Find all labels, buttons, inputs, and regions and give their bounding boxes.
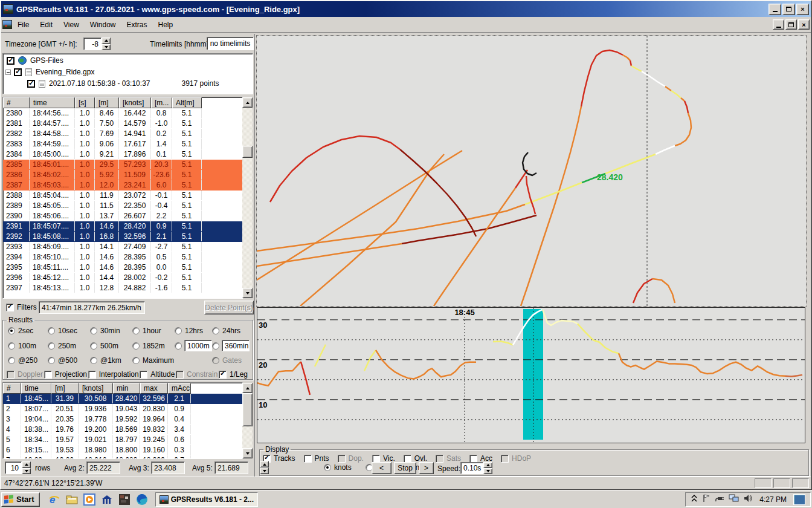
- start-button[interactable]: Start: [1, 492, 40, 507]
- menu-help[interactable]: Help: [153, 18, 179, 31]
- table-row[interactable]: 418:38...19.7619.20018.56919.8323.4: [3, 425, 242, 435]
- table-row[interactable]: 618:15...19.5318.98018.80019.1600.3: [3, 445, 242, 455]
- tree-item-session[interactable]: 2021.07.18 01:58:38 - 03:10:37 3917 poin…: [3, 79, 253, 88]
- edge-icon[interactable]: [136, 493, 148, 506]
- column-header[interactable]: Alt[m]: [172, 97, 202, 108]
- scroll-up-icon[interactable]: [242, 383, 253, 393]
- radio--500[interactable]: @500: [48, 356, 90, 365]
- table-row[interactable]: 218:07...20.5119.93619.04320.8300.9: [3, 404, 242, 414]
- results-table-scrollbar[interactable]: [242, 383, 253, 458]
- radio-100m[interactable]: 100m: [8, 340, 48, 351]
- table-row[interactable]: 238718:45:03....1.012.023.2416.05.1: [3, 180, 242, 190]
- rows-count-spinner[interactable]: [22, 461, 31, 474]
- radio-knots[interactable]: knots: [324, 463, 352, 472]
- tree-file-label[interactable]: Evening_Ride.gpx: [36, 68, 94, 76]
- delete-points-button[interactable]: Delete Point(s): [204, 301, 254, 314]
- taskbar-app-button[interactable]: GPSResults V6.181 - 2...: [155, 492, 258, 507]
- checkbox-pnts[interactable]: Pnts: [304, 454, 329, 463]
- playback-speed-input[interactable]: 0.10s: [460, 462, 483, 474]
- radio-12hrs[interactable]: 12hrs: [175, 327, 212, 335]
- child-restore-button[interactable]: [785, 19, 797, 30]
- table-row[interactable]: 238118:44:57....1.07.5014.579-1.05.1: [3, 119, 242, 129]
- checkbox-vic-[interactable]: Vic.: [372, 454, 395, 463]
- radio-1852m[interactable]: 1852m: [132, 340, 175, 351]
- track-map[interactable]: 28.420: [257, 36, 806, 306]
- column-header[interactable]: time: [21, 383, 51, 394]
- radio--1km[interactable]: @1km: [90, 356, 132, 365]
- scroll-down-icon[interactable]: [242, 448, 253, 458]
- checkbox-hdop[interactable]: HDoP: [501, 454, 531, 463]
- radio-250m[interactable]: 250m: [48, 340, 90, 351]
- radio-30min[interactable]: 30min: [90, 327, 132, 335]
- column-header[interactable]: [m]: [51, 383, 79, 394]
- menu-window[interactable]: Window: [85, 18, 121, 31]
- title-bar[interactable]: GPSResults V6.181 - 27.05.2021 - www.gps…: [1, 1, 811, 17]
- table-row[interactable]: 238918:45:05....1.011.522.350-0.45.1: [3, 201, 242, 211]
- radio--250[interactable]: @250: [8, 356, 48, 365]
- column-header[interactable]: [knots]: [119, 97, 151, 108]
- checkbox-ovl-[interactable]: Ovl.: [404, 454, 427, 463]
- checkbox-acc[interactable]: Acc: [469, 454, 492, 463]
- menu-edit[interactable]: Edit: [34, 18, 58, 31]
- table-row[interactable]: 239618:45:12....1.014.428.002-0.25.1: [3, 273, 242, 283]
- table-row[interactable]: 238018:44:56....1.08.4616.4420.85.1: [3, 108, 242, 119]
- radio-2sec[interactable]: 2sec: [8, 327, 48, 335]
- tree-root-label[interactable]: GPS-Files: [30, 56, 63, 65]
- table-row[interactable]: 238818:45:04....1.011.923.072-0.15.1: [3, 190, 242, 201]
- minimize-button[interactable]: [768, 4, 781, 15]
- table-row[interactable]: 238618:45:02....1.05.9211.509-23.65.1: [3, 170, 242, 180]
- explorer-icon[interactable]: [66, 493, 78, 506]
- timezone-input[interactable]: -8: [83, 37, 102, 50]
- playback-speed-spinner[interactable]: [483, 462, 492, 474]
- child-close-button[interactable]: ×: [798, 19, 810, 30]
- display-spinner[interactable]: [260, 461, 269, 474]
- menu-file[interactable]: File: [12, 18, 34, 31]
- rows-count-input[interactable]: 10: [5, 461, 22, 474]
- table-row[interactable]: 238518:45:01....1.029.557.29320.35.1: [3, 160, 242, 170]
- child-minimize-button[interactable]: [773, 19, 784, 30]
- radio-360min[interactable]: 360min: [212, 340, 252, 351]
- collapse-icon[interactable]: [5, 70, 11, 75]
- checkbox-constrain[interactable]: Constrain: [176, 370, 218, 379]
- timelimits-value[interactable]: no timelimits: [207, 37, 254, 50]
- filters-checkbox[interactable]: Filters: [6, 303, 37, 311]
- tree-session-label[interactable]: 2021.07.18 01:58:38 - 03:10:37: [49, 79, 150, 88]
- column-header[interactable]: [knots]: [79, 383, 113, 394]
- table-row[interactable]: 239418:45:10....1.014.628.3950.55.1: [3, 252, 242, 262]
- checkbox-checked-icon[interactable]: [14, 68, 22, 76]
- radio-gates[interactable]: Gates: [212, 356, 252, 365]
- checkbox-dop-[interactable]: Dop.: [338, 454, 364, 463]
- checkbox-sats[interactable]: Sats: [436, 454, 461, 463]
- checkbox-checked-icon[interactable]: [27, 80, 35, 88]
- table-row[interactable]: 239118:45:07....1.014.628.4200.95.1: [3, 221, 242, 232]
- bank-icon[interactable]: [101, 493, 113, 506]
- menu-extras[interactable]: Extras: [121, 18, 153, 31]
- table-row[interactable]: 718:22...19.2618.91618.68318.9990.7: [3, 455, 242, 459]
- checkbox-interpolation[interactable]: Interpolation: [88, 370, 139, 379]
- speed-chart[interactable]: 30201018:45: [257, 307, 805, 443]
- speaker-icon[interactable]: [743, 493, 753, 505]
- table-row[interactable]: 238418:45:00....1.09.2117.8960.15.1: [3, 149, 242, 160]
- scroll-down-icon[interactable]: [242, 288, 253, 298]
- points-table-scrollbar[interactable]: [242, 97, 253, 298]
- table-row[interactable]: 239518:45:11....1.014.628.3950.05.1: [3, 262, 242, 273]
- checkbox-doppler[interactable]: Doppler: [7, 370, 43, 379]
- column-header[interactable]: [m...: [151, 97, 172, 108]
- table-row[interactable]: 239318:45:09....1.014.127.409-2.75.1: [3, 242, 242, 252]
- column-header[interactable]: mAcc: [168, 383, 191, 394]
- flag-icon[interactable]: [702, 493, 710, 505]
- distance-input[interactable]: 1000m: [184, 340, 212, 351]
- checkbox-projection[interactable]: Projection: [44, 370, 87, 379]
- radio-500m[interactable]: 500m: [90, 340, 132, 351]
- plug-icon[interactable]: [715, 493, 724, 505]
- filters-summary-input[interactable]: 41:47min 18.277km 26.25km/h: [39, 301, 145, 314]
- table-row[interactable]: 239218:45:08....1.016.832.5962.15.1: [3, 232, 242, 242]
- tree-item-gps-files[interactable]: GPS-Files: [3, 56, 253, 65]
- results-table-header[interactable]: #time[m][knots]minmaxmAcc: [3, 383, 242, 394]
- gps-app-icon[interactable]: [118, 493, 130, 506]
- scrollbar-thumb[interactable]: [242, 146, 253, 158]
- radio-24hrs[interactable]: 24hrs: [212, 327, 252, 335]
- step-forward-button[interactable]: >: [419, 462, 434, 474]
- distance-input[interactable]: 360min: [222, 340, 250, 351]
- close-button[interactable]: ×: [796, 4, 809, 15]
